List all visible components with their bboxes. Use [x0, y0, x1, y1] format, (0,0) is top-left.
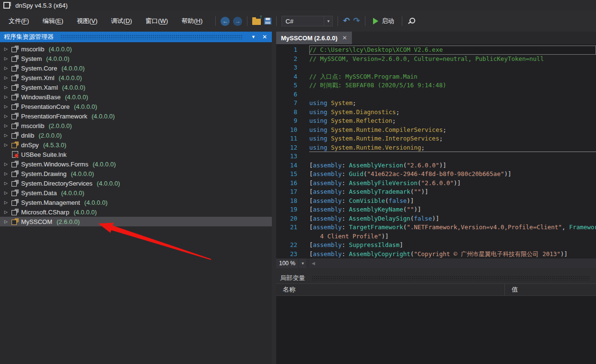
tab-myscom[interactable]: MySSCOM (2.6.0.0) ✕	[276, 32, 352, 44]
tree-item-mscorlib[interactable]: ▷mscorlib(4.0.0.0)	[0, 44, 272, 54]
tree-item-windowsbase[interactable]: ▷WindowsBase(4.0.0.0)	[0, 92, 272, 102]
tree-item-presentationcore[interactable]: ▷PresentationCore(4.0.0.0)	[0, 102, 272, 111]
menu-item-file[interactable]: 文件(F)	[2, 14, 36, 28]
open-file-icon[interactable]	[252, 19, 261, 25]
line-number: 10	[276, 126, 302, 135]
tree-item-version: (4.0.0.0)	[61, 189, 84, 197]
expander-icon[interactable]: ▷	[3, 94, 9, 99]
line-number: 3	[276, 63, 302, 72]
assembly-icon	[12, 113, 19, 119]
code-line: 16[assembly: AssemblyFileVersion("2.6.0.…	[276, 179, 596, 188]
line-number: 11	[276, 134, 302, 143]
close-icon[interactable]: ✕	[260, 33, 269, 41]
expander-icon[interactable]: ▷	[3, 200, 9, 205]
expander-icon[interactable]: ▷	[3, 210, 9, 214]
expander-icon[interactable]: ▷	[3, 104, 9, 109]
tree-item-system-management[interactable]: ▷System.Management(4.0.0.0)	[0, 198, 272, 207]
tree-item-system-core[interactable]: ▷System.Core(4.0.0.0)	[0, 63, 272, 73]
tree-item-system-drawing[interactable]: ▷System.Drawing(4.0.0.0)	[0, 169, 272, 178]
expander-icon[interactable]: ▷	[3, 162, 9, 166]
back-icon[interactable]: ←	[221, 17, 230, 26]
tab-label: MySSCOM (2.6.0.0)	[281, 35, 338, 42]
expander-icon[interactable]: ▷	[3, 75, 9, 80]
code-text: [assembly: ComVisible(false)]	[309, 197, 596, 206]
menu-item-window[interactable]: 窗口(W)	[139, 14, 175, 28]
line-number: 7	[276, 99, 302, 108]
start-button[interactable]: 启动	[370, 16, 397, 26]
zoom-level-combo[interactable]: 100 %	[276, 258, 298, 268]
scroll-left-icon[interactable]: ◀	[309, 261, 315, 266]
expander-icon[interactable]: ▷	[3, 181, 9, 186]
tree-item-label: dnlib	[21, 132, 34, 139]
line-number: 1	[276, 46, 302, 55]
expander-icon[interactable]: ▷	[3, 171, 9, 176]
code-text: // 入口点: MySSCOM.Program.Main	[309, 72, 596, 82]
tree-item-presentationframework[interactable]: ▷PresentationFramework(4.0.0.0)	[0, 111, 272, 121]
undo-icon[interactable]: ↶	[343, 17, 350, 25]
locals-column-name[interactable]: 名称	[276, 284, 505, 295]
forward-icon[interactable]: →	[233, 17, 242, 26]
chevron-down-icon[interactable]: ▼	[324, 16, 332, 26]
code-line: 19[assembly: AssemblyKeyName("")]	[276, 205, 596, 214]
tree-item-dnlib[interactable]: ▷dnlib(2.0.0.0)	[0, 130, 272, 140]
tree-item-usbee-suite-lnk[interactable]: USBee Suite.lnk	[0, 150, 272, 159]
code-line: 14[assembly: AssemblyVersion("2.6.0.0")]	[276, 161, 596, 170]
dnspy-window: dnSpy v4.5.3 (x64) 文件(F)编辑(E)视图(V)调试(D)窗…	[0, 0, 596, 364]
menu-item-debug[interactable]: 调试(D)	[104, 14, 139, 28]
code-line: 12using System.Runtime.Versioning;	[276, 143, 596, 153]
assembly-icon	[12, 180, 19, 187]
line-number: 12	[276, 143, 302, 153]
chevron-down-icon[interactable]: ▼	[299, 258, 306, 268]
code-text	[309, 152, 596, 161]
tree-item-dnspy[interactable]: ▷dnSpy(4.5.3.0)	[0, 140, 272, 150]
expander-icon[interactable]: ▷	[3, 66, 9, 70]
expander-icon[interactable]: ▷	[3, 56, 9, 61]
locals-body[interactable]	[276, 296, 596, 364]
code-text: [assembly: SuppressIldasm]	[309, 241, 596, 250]
tree-item-version: (4.0.0.0)	[93, 161, 116, 168]
tree-item-system-windows-forms[interactable]: ▷System.Windows.Forms(4.0.0.0)	[0, 159, 272, 169]
tree-item-system[interactable]: ▷System(4.0.0.0)	[0, 54, 272, 63]
tree-item-version: (4.0.0.0)	[46, 55, 69, 62]
locals-column-value[interactable]: 值	[505, 284, 596, 295]
menu-item-edit[interactable]: 编辑(E)	[36, 14, 70, 28]
line-number: 14	[276, 161, 302, 170]
horizontal-scrollbar[interactable]: ◀	[309, 258, 596, 268]
tree-item-mscorlib[interactable]: ▷mscorlib(2.0.0.0)	[0, 121, 272, 130]
redo-icon[interactable]: ↷	[353, 17, 360, 25]
tree-item-microsoft-csharp[interactable]: ▷Microsoft.CSharp(4.0.0.0)	[0, 207, 272, 217]
menu-item-view[interactable]: 视图(V)	[70, 14, 104, 28]
code-editor[interactable]: 1// C:\Users\lcy\Desktop\XCOM V2.6.exe2/…	[276, 44, 596, 258]
expander-icon[interactable]: ▷	[3, 85, 9, 90]
tree-item-system-xml[interactable]: ▷System.Xml(4.0.0.0)	[0, 73, 272, 82]
assembly-icon	[12, 103, 19, 110]
tree-item-system-directoryservices[interactable]: ▷System.DirectoryServices(4.0.0.0)	[0, 178, 272, 188]
assembly-icon	[12, 94, 19, 100]
tree-item-label: mscorlib	[21, 122, 44, 129]
expander-icon[interactable]: ▷	[3, 47, 9, 51]
expander-icon[interactable]: ▷	[3, 133, 9, 138]
expander-icon[interactable]: ▷	[3, 190, 9, 195]
tree-item-label: PresentationFramework	[21, 113, 87, 120]
vertical-splitter[interactable]	[272, 32, 276, 364]
horizontal-splitter[interactable]	[276, 268, 596, 273]
toolbar-separator	[276, 16, 277, 26]
save-module-icon[interactable]	[264, 18, 271, 24]
code-line: 21[assembly: TargetFramework(".NETFramew…	[276, 223, 596, 232]
toolbar: ← → C# ▼ ↶ ↷ 启动	[214, 16, 415, 26]
language-selector[interactable]: C# ▼	[281, 16, 333, 26]
code-line: 15[assembly: Guid("41e622ac-2946-4f8d-b8…	[276, 170, 596, 179]
chevron-down-icon[interactable]: ▼	[249, 34, 257, 40]
menu-item-help[interactable]: 帮助(H)	[175, 14, 209, 28]
code-text: using System.Runtime.CompilerServices;	[309, 126, 596, 135]
locals-panel-title: 局部变量	[280, 274, 305, 282]
tree-item-system-xaml[interactable]: ▷System.Xaml(4.0.0.0)	[0, 82, 272, 92]
tree-item-system-data[interactable]: ▷System.Data(4.0.0.0)	[0, 188, 272, 198]
expander-icon[interactable]: ▷	[3, 219, 9, 224]
tree-item-mysscom[interactable]: ▷MySSCOM(2.6.0.0)	[0, 217, 272, 226]
tab-close-icon[interactable]: ✕	[342, 35, 347, 41]
expander-icon[interactable]: ▷	[3, 123, 9, 128]
search-icon[interactable]	[407, 17, 415, 25]
expander-icon[interactable]: ▷	[3, 114, 9, 118]
expander-icon[interactable]: ▷	[3, 142, 9, 147]
